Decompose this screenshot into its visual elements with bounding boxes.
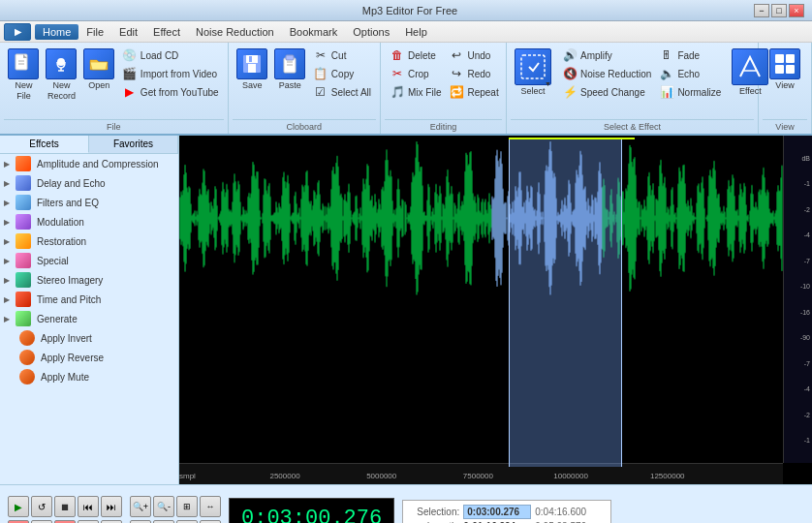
tree-time-pitch[interactable]: ▶ Time and Pitch	[0, 290, 178, 309]
menu-edit[interactable]: Edit	[111, 24, 145, 40]
waveform-area[interactable]: dB -1 -2 -4 -7 -10 -16 -90 -7 -4 -2 -1 s…	[179, 136, 812, 484]
fade-button[interactable]: 🎚 Fade	[656, 46, 724, 64]
echo-button[interactable]: 🔈 Echo	[656, 65, 724, 82]
play-button[interactable]: ▶	[8, 496, 29, 517]
view-button[interactable]: View	[765, 46, 805, 93]
top-waveform-canvas	[179, 138, 783, 298]
db-label-header: dB	[801, 155, 810, 162]
tree-filters[interactable]: ▶ Filters and EQ	[0, 193, 178, 212]
undo-icon: ↩	[449, 47, 464, 63]
select-label: Select	[520, 86, 545, 97]
undo-button[interactable]: ↩ Undo	[446, 46, 501, 64]
noise-reduction-button[interactable]: 🔇 Noise Reduction	[559, 65, 654, 82]
time-value: 0:03:00.276	[241, 507, 382, 523]
menu-noise-reduction[interactable]: Noise Reduction	[188, 24, 282, 40]
tree-generate[interactable]: ▶ Generate	[0, 309, 178, 328]
cut-icon: ✂	[313, 47, 328, 63]
zoom-fit-button[interactable]: ⊞	[176, 496, 198, 517]
loop-button[interactable]: ↺	[31, 496, 52, 517]
tree-delay[interactable]: ▶ Delay and Echo	[0, 173, 178, 193]
select-button[interactable]: Select ▼	[513, 46, 553, 99]
next-button[interactable]: ⏭	[101, 496, 122, 517]
select-all-icon: ☑	[313, 84, 328, 100]
stop-button[interactable]: ⏹	[54, 496, 76, 517]
tree-special[interactable]: ▶ Special	[0, 251, 178, 270]
crop-label: Crop	[408, 69, 429, 79]
load-cd-button[interactable]: 💿 Load CD	[119, 46, 222, 64]
tree-amplitude[interactable]: ▶ Amplitude and Compression	[0, 154, 178, 173]
echo-label: Echo	[677, 69, 700, 79]
close-button[interactable]: ×	[789, 4, 804, 17]
paste-button[interactable]: Paste	[272, 46, 308, 93]
menu-help[interactable]: Help	[397, 24, 435, 40]
menu-home[interactable]: Home	[35, 24, 78, 40]
speed-change-button[interactable]: ⚡ Speed Change	[559, 83, 654, 101]
open-button[interactable]: Open	[81, 46, 117, 93]
new-file-label: NewFile	[15, 80, 32, 102]
top-track	[179, 138, 783, 298]
redo-label: Redo	[467, 69, 490, 79]
transport-row-1: ▶ ↺ ⏹ ⏮ ⏭	[8, 496, 122, 517]
window-controls[interactable]: − □ ×	[754, 4, 804, 17]
apply-reverse-label: Apply Reverse	[41, 353, 104, 363]
repeat-button[interactable]: 🔁 Repeat	[446, 83, 501, 101]
normalize-button[interactable]: 📊 Normalize	[656, 83, 724, 101]
menu-options[interactable]: Options	[345, 24, 397, 40]
restoration-label: Restoration	[37, 236, 86, 247]
redo-button[interactable]: ↪ Redo	[446, 65, 501, 82]
delete-button[interactable]: 🗑 Delete	[387, 46, 444, 64]
new-record-button[interactable]: NewRecord	[44, 46, 79, 104]
menu-file[interactable]: File	[78, 24, 111, 40]
svg-point-4	[57, 58, 65, 66]
save-icon	[236, 48, 267, 79]
generate-arrow: ▶	[4, 315, 12, 323]
import-video-icon: 🎬	[122, 66, 138, 81]
zoom-sel-button[interactable]: ↔	[200, 496, 221, 517]
selection-label: Selection:	[411, 507, 459, 517]
new-record-icon	[46, 48, 77, 79]
ribbon: NewFile NewRecord Open 💿 Load CD	[0, 43, 812, 136]
tree-apply-invert[interactable]: Apply Invert	[0, 328, 178, 348]
get-youtube-button[interactable]: ▶ Get from YouTube	[119, 83, 222, 101]
tree-modulation[interactable]: ▶ Modulation	[0, 212, 178, 231]
amplify-button[interactable]: 🔊 Amplify	[559, 46, 654, 64]
ribbon-section-view: View View	[759, 43, 812, 134]
save-button[interactable]: Save	[234, 46, 270, 93]
effects-tab[interactable]: Effcets	[0, 136, 89, 153]
menu-bar: ▶ Home File Edit Effect Noise Reduction …	[0, 21, 812, 43]
new-file-button[interactable]: NewFile	[6, 46, 42, 104]
select-all-label: Select All	[331, 87, 371, 98]
zoom-out-button[interactable]: 🔍-	[153, 496, 174, 517]
time-pitch-arrow: ▶	[4, 295, 12, 304]
mix-file-button[interactable]: 🎵 Mix File	[387, 83, 444, 101]
selection-top-line	[509, 138, 636, 139]
menu-bookmark[interactable]: Bookmark	[282, 24, 346, 40]
tree-apply-reverse[interactable]: Apply Reverse	[0, 348, 178, 367]
tree-restoration[interactable]: ▶ Restoration	[0, 231, 178, 251]
app-logo: ▶	[4, 23, 31, 41]
cut-button[interactable]: ✂ Cut	[310, 46, 374, 64]
effect-small-buttons-right: 🎚 Fade 🔈 Echo 📊 Normalize	[656, 46, 724, 101]
favorites-tab[interactable]: Favorites	[89, 136, 178, 153]
db-label-1: -1	[804, 180, 810, 187]
menu-effect[interactable]: Effect	[145, 24, 188, 40]
tree-apply-mute[interactable]: Apply Mute	[0, 367, 178, 386]
selection-end-value: 0:04:16.600	[535, 507, 603, 517]
tree-stereo[interactable]: ▶ Stereo Imagery	[0, 270, 178, 290]
prev-button[interactable]: ⏮	[78, 496, 99, 517]
svg-rect-17	[786, 54, 795, 63]
zoom-in-button[interactable]: 🔍+	[130, 496, 151, 517]
minimize-button[interactable]: −	[754, 4, 769, 17]
time-mark-3: 7500000	[463, 472, 493, 480]
ribbon-section-clipboard: Save Paste ✂ Cut 📋 Copy ☑ Sel	[229, 43, 381, 134]
import-video-button[interactable]: 🎬 Import from Video	[119, 65, 222, 82]
apply-mute-label: Apply Mute	[41, 372, 89, 383]
svg-rect-15	[521, 55, 545, 78]
svg-rect-19	[786, 65, 795, 74]
get-youtube-icon: ▶	[122, 84, 138, 100]
select-all-button[interactable]: ☑ Select All	[310, 83, 374, 101]
crop-button[interactable]: ✂ Crop	[387, 65, 444, 82]
copy-button[interactable]: 📋 Copy	[310, 65, 374, 82]
maximize-button[interactable]: □	[771, 4, 787, 17]
db-ruler: dB -1 -2 -4 -7 -10 -16 -90 -7 -4 -2 -1	[783, 136, 812, 463]
